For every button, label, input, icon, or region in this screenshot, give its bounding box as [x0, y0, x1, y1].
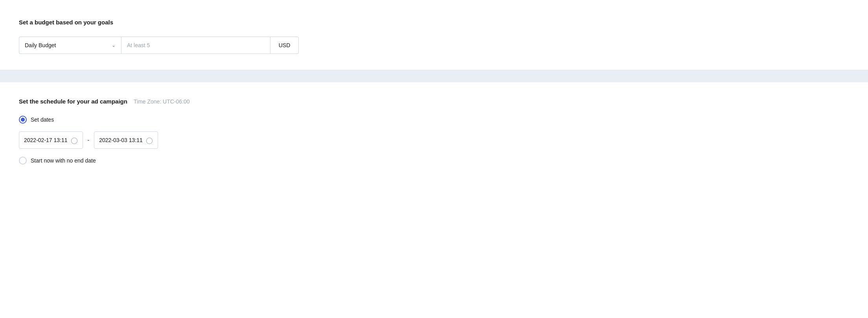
radio-no-end-date-circle[interactable] [19, 157, 27, 165]
schedule-section-title: Set the schedule for your ad campaign [19, 98, 127, 105]
date-separator: - [88, 137, 90, 143]
budget-type-label: Daily Budget [25, 42, 56, 48]
page-wrapper: Set a budget based on your goals Daily B… [0, 0, 868, 318]
budget-section: Set a budget based on your goals Daily B… [0, 0, 868, 70]
radio-set-dates-label: Set dates [31, 116, 54, 123]
section-divider [0, 70, 868, 82]
timezone-label: Time Zone: UTC-06:00 [134, 98, 190, 105]
radio-no-end-date[interactable]: Start now with no end date [19, 157, 849, 165]
date-range-row: 2022-02-17 13:11 ◯ - 2022-03-03 13:11 ◯ [19, 131, 849, 149]
budget-row: Daily Budget ⌄ USD [19, 37, 849, 54]
budget-type-dropdown[interactable]: Daily Budget ⌄ [19, 37, 121, 54]
schedule-header: Set the schedule for your ad campaign Ti… [19, 98, 849, 105]
clock-icon-start: ◯ [71, 137, 78, 144]
chevron-down-icon: ⌄ [112, 43, 116, 48]
start-date-value: 2022-02-17 13:11 [24, 137, 68, 143]
radio-set-dates[interactable]: Set dates [19, 116, 849, 124]
budget-amount-input[interactable] [121, 37, 270, 54]
end-date-value: 2022-03-03 13:11 [99, 137, 143, 143]
radio-no-end-date-label: Start now with no end date [31, 157, 96, 164]
budget-section-title: Set a budget based on your goals [19, 19, 849, 26]
currency-label: USD [270, 37, 299, 54]
end-date-input[interactable]: 2022-03-03 13:11 ◯ [94, 131, 158, 149]
radio-set-dates-circle[interactable] [19, 116, 27, 124]
start-date-input[interactable]: 2022-02-17 13:11 ◯ [19, 131, 83, 149]
schedule-section: Set the schedule for your ad campaign Ti… [0, 82, 868, 191]
clock-icon-end: ◯ [146, 137, 153, 144]
